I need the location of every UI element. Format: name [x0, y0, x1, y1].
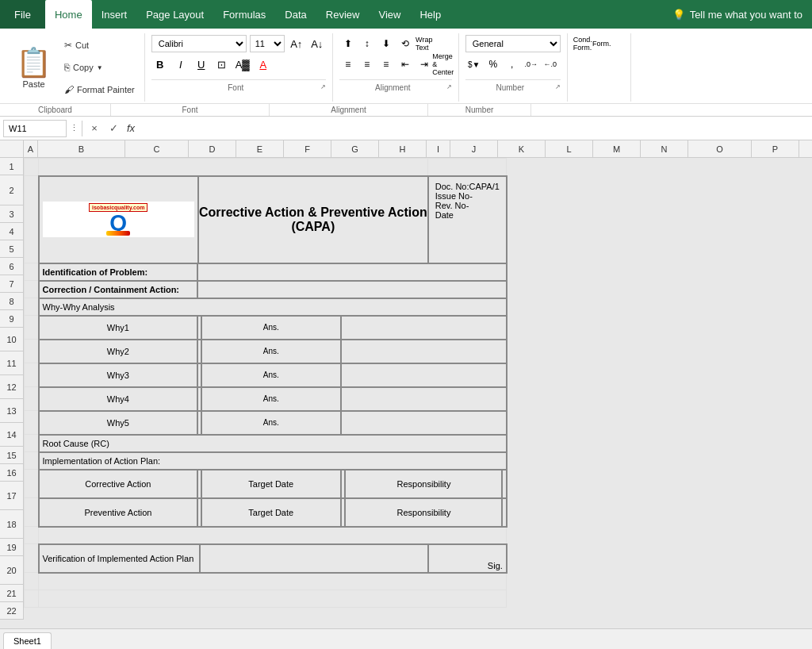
- col-header-a[interactable]: A: [24, 140, 38, 158]
- menu-home[interactable]: Home: [45, 0, 92, 29]
- row-header-12[interactable]: 12: [0, 375, 23, 399]
- row-header-21[interactable]: 21: [0, 585, 23, 602]
- underline-button[interactable]: U: [193, 56, 210, 73]
- col-header-j[interactable]: J: [450, 140, 498, 158]
- row-header-20[interactable]: 20: [0, 556, 23, 585]
- why3-label[interactable]: Why3: [39, 363, 198, 387]
- menu-help[interactable]: Help: [410, 0, 450, 29]
- borders-button[interactable]: ⊡: [213, 56, 231, 73]
- row-header-5[interactable]: 5: [0, 240, 23, 258]
- menu-formulas[interactable]: Formulas: [213, 0, 275, 29]
- row-header-15[interactable]: 15: [0, 447, 23, 464]
- col-header-o[interactable]: O: [688, 140, 752, 158]
- row-header-6[interactable]: 6: [0, 258, 23, 275]
- preventive-action-label[interactable]: Preventive Action: [39, 498, 198, 527]
- cell-a22[interactable]: [25, 590, 39, 608]
- cell-o1[interactable]: [428, 159, 507, 176]
- root-cause-label[interactable]: Root Cause (RC): [39, 435, 507, 452]
- text-angle-button[interactable]: ⟲: [396, 35, 414, 52]
- row-header-10[interactable]: 10: [0, 328, 23, 351]
- formula-input[interactable]: [141, 120, 809, 137]
- col-header-p[interactable]: P: [752, 140, 799, 158]
- increase-indent-button[interactable]: ⇥: [416, 56, 433, 73]
- font-name-select[interactable]: Calibri: [151, 35, 247, 52]
- row-header-8[interactable]: 8: [0, 293, 23, 310]
- tell-me-bar[interactable]: 💡 Tell me what you want to: [663, 0, 812, 29]
- menu-file[interactable]: File: [0, 0, 45, 29]
- menu-insert[interactable]: Insert: [92, 0, 137, 29]
- comma-button[interactable]: ,: [504, 56, 521, 73]
- menu-view[interactable]: View: [369, 0, 410, 29]
- align-bottom-button[interactable]: ⬇: [377, 35, 395, 52]
- align-left-button[interactable]: ≡: [339, 56, 357, 73]
- row-header-11[interactable]: 11: [0, 351, 23, 375]
- cell-a13[interactable]: [25, 387, 39, 411]
- decrease-font-button[interactable]: A↓: [308, 35, 326, 52]
- align-top-button[interactable]: ⬆: [339, 35, 357, 52]
- format-painter-button[interactable]: 🖌 Format Painter: [61, 83, 138, 97]
- corrective-target-date-label[interactable]: Target Date: [201, 470, 341, 498]
- menu-review[interactable]: Review: [316, 0, 370, 29]
- verification-label[interactable]: Verification of Implemented Action Plan: [39, 544, 200, 573]
- cell-a14[interactable]: [25, 411, 39, 435]
- row-header-14[interactable]: 14: [0, 423, 23, 447]
- row-header-2[interactable]: 2: [0, 175, 23, 205]
- cell-reference-input[interactable]: [3, 120, 67, 137]
- number-expand-icon[interactable]: ↗: [555, 83, 561, 90]
- ans3-label[interactable]: Ans.: [201, 363, 341, 387]
- col-header-g[interactable]: G: [331, 140, 379, 158]
- align-center-button[interactable]: ≡: [358, 56, 376, 73]
- cell-a8[interactable]: [25, 281, 39, 298]
- cell-a18[interactable]: [25, 498, 39, 527]
- row-header-17[interactable]: 17: [0, 482, 23, 510]
- cell-a15[interactable]: [25, 435, 39, 452]
- row-header-16[interactable]: 16: [0, 464, 23, 482]
- row-header-18[interactable]: 18: [0, 510, 23, 539]
- bold-button[interactable]: B: [151, 56, 169, 73]
- col-header-i[interactable]: I: [427, 140, 450, 158]
- ans3-value[interactable]: [341, 363, 507, 387]
- paste-button[interactable]: 📋 Paste: [10, 35, 58, 100]
- cell-a7[interactable]: [25, 263, 39, 281]
- ans5-value[interactable]: [341, 411, 507, 435]
- cell-a16[interactable]: [25, 452, 39, 470]
- cell-a1[interactable]: [25, 159, 39, 176]
- col-header-n[interactable]: N: [641, 140, 688, 158]
- correction-value[interactable]: [197, 281, 507, 298]
- cell-b1[interactable]: [39, 159, 428, 176]
- sig-label[interactable]: Sig.: [428, 544, 507, 573]
- cell-a20[interactable]: [25, 544, 39, 573]
- why4-label[interactable]: Why4: [39, 387, 198, 411]
- preventive-responsibility-label[interactable]: Responsibility: [345, 498, 502, 527]
- col-header-q[interactable]: Q: [799, 140, 812, 158]
- row-header-13[interactable]: 13: [0, 399, 23, 423]
- preventive-responsibility-value[interactable]: [502, 498, 506, 527]
- cell-b19[interactable]: [39, 527, 507, 544]
- menu-page-layout[interactable]: Page Layout: [136, 0, 213, 29]
- cell-a10[interactable]: [25, 316, 39, 340]
- menu-data[interactable]: Data: [275, 0, 316, 29]
- cell-a12[interactable]: [25, 363, 39, 387]
- cut-button[interactable]: ✂ Cut: [61, 38, 138, 52]
- font-size-select[interactable]: 11: [250, 35, 285, 52]
- row-header-3[interactable]: 3: [0, 205, 23, 223]
- confirm-formula-button[interactable]: ✓: [105, 120, 122, 137]
- correction-label[interactable]: Correction / Containment Action:: [39, 281, 198, 298]
- col-header-l[interactable]: L: [546, 140, 593, 158]
- preventive-target-date-label[interactable]: Target Date: [201, 498, 341, 527]
- verification-value[interactable]: [200, 544, 428, 573]
- ans1-value[interactable]: [341, 316, 507, 340]
- row-header-22[interactable]: 22: [0, 602, 23, 620]
- why-why-label[interactable]: Why-Why Analysis: [39, 298, 507, 316]
- ans1-label[interactable]: Ans.: [201, 316, 341, 340]
- italic-button[interactable]: I: [172, 56, 190, 73]
- title-cell[interactable]: Corrective Action & Preventive Action (C…: [198, 176, 428, 263]
- doc-info-cell[interactable]: Doc. No:CAPA/1 Issue No- Rev. No- Date: [428, 176, 507, 263]
- font-expand-icon[interactable]: ↗: [320, 83, 326, 90]
- row-header-9[interactable]: 9: [0, 310, 23, 328]
- ans4-value[interactable]: [341, 387, 507, 411]
- cell-a17[interactable]: [25, 470, 39, 498]
- col-header-c[interactable]: C: [125, 140, 189, 158]
- align-right-button[interactable]: ≡: [377, 56, 395, 73]
- cell-a19[interactable]: [25, 527, 39, 544]
